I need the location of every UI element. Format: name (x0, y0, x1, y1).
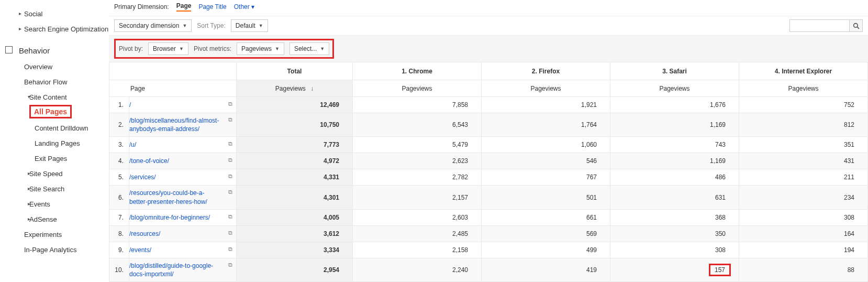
nav-behavior-flow[interactable]: Behavior Flow (0, 74, 109, 90)
pivot-metrics-dropdown[interactable]: Pageviews ▼ (237, 42, 284, 55)
metric-cell: 661 (482, 209, 610, 225)
row-page-cell: /resources/⧉ (129, 225, 237, 242)
header-firefox-pageviews[interactable]: Pageviews (482, 80, 610, 97)
page-link[interactable]: /resources/you-could-be-a-better-present… (129, 189, 225, 205)
nav-content-drilldown[interactable]: Content Drilldown (0, 121, 109, 136)
secondary-dimension-dropdown[interactable]: Secondary dimension ▼ (114, 19, 192, 32)
external-link-icon[interactable]: ⧉ (225, 246, 236, 253)
metric-cell: 6,543 (353, 113, 482, 137)
metric-cell: 2,782 (353, 169, 482, 186)
header-page[interactable]: Page (109, 80, 237, 97)
chevron-down-icon: ▼ (179, 46, 184, 51)
table-row: 6./resources/you-could-be-a-better-prese… (109, 186, 868, 209)
nav-all-pages[interactable]: All Pages (34, 107, 67, 116)
header-chrome-pageviews[interactable]: Pageviews (353, 80, 482, 97)
metric-cell: 486 (610, 169, 739, 186)
row-index: 4. (109, 153, 129, 169)
metric-cell: 1,169 (610, 113, 739, 137)
nav-section-behavior[interactable]: Behavior (0, 42, 109, 59)
primary-dim-other[interactable]: Other ▾ (234, 3, 254, 10)
nav-seo[interactable]: Search Engine Optimization (0, 21, 109, 37)
nav-social[interactable]: Social (0, 6, 109, 21)
data-table: Total 1. Chrome 2. Firefox 3. Safari 4. … (109, 62, 868, 282)
row-index: 7. (109, 209, 129, 225)
page-link[interactable]: / (129, 101, 225, 109)
nav-exit-pages[interactable]: Exit Pages (0, 151, 109, 166)
table-row: 3./u/⧉7,7735,4791,060743351 (109, 137, 868, 153)
main-content: Primary Dimension: Page Page Title Other… (109, 0, 868, 282)
table-row: 8./resources/⧉3,6122,485569350164 (109, 225, 868, 242)
metric-cell: 1,764 (482, 113, 610, 137)
table-row: 5./services/⧉4,3312,782767486211 (109, 169, 868, 186)
page-link[interactable]: /u/ (129, 140, 225, 149)
page-link[interactable]: /tone-of-voice/ (129, 157, 225, 165)
header-group-chrome[interactable]: 1. Chrome (353, 62, 482, 80)
metric-cell: 351 (739, 137, 868, 153)
header-ie-pageviews[interactable]: Pageviews (739, 80, 868, 97)
page-link[interactable]: /blog/distilled/guide-to-google-docs-imp… (129, 262, 225, 278)
annotation-safari-cell: 157 (709, 264, 731, 276)
external-link-icon[interactable]: ⧉ (225, 101, 236, 107)
metric-cell: 157 (610, 258, 739, 281)
nav-overview[interactable]: Overview (0, 59, 109, 74)
header-total-pageviews[interactable]: Pageviews ↓ (237, 80, 353, 97)
page-link[interactable]: /services/ (129, 173, 225, 181)
page-link[interactable]: /events/ (129, 246, 225, 254)
nav-site-speed[interactable]: Site Speed (0, 166, 109, 181)
metric-cell: 194 (739, 242, 868, 258)
metric-cell: 12,469 (237, 97, 353, 113)
row-index: 1. (109, 97, 129, 113)
nav-events[interactable]: Events (0, 197, 109, 212)
primary-dim-page[interactable]: Page (176, 2, 192, 12)
pivot-by-dropdown[interactable]: Browser ▼ (148, 42, 188, 55)
metric-cell: 7,858 (353, 97, 482, 113)
metric-cell: 4,331 (237, 169, 353, 186)
metric-cell: 4,972 (237, 153, 353, 169)
sort-type-dropdown[interactable]: Default ▼ (231, 19, 268, 32)
external-link-icon[interactable]: ⧉ (225, 140, 236, 147)
metric-cell: 3,334 (237, 242, 353, 258)
primary-dim-page-title[interactable]: Page Title (198, 3, 226, 10)
metric-cell: 308 (610, 242, 739, 258)
metric-cell: 812 (739, 113, 868, 137)
external-link-icon[interactable]: ⧉ (225, 173, 236, 180)
external-link-icon[interactable]: ⧉ (225, 116, 236, 123)
header-group-total[interactable]: Total (237, 62, 353, 80)
nav-inpage-analytics[interactable]: In-Page Analytics (0, 242, 109, 257)
nav-site-content[interactable]: Site Content (0, 90, 109, 105)
metric-cell: 767 (482, 169, 610, 186)
header-group-safari[interactable]: 3. Safari (610, 62, 739, 80)
pivot-select-value: Select... (294, 45, 317, 52)
pivot-select-dropdown[interactable]: Select... ▼ (290, 42, 329, 55)
header-blank (109, 62, 237, 80)
nav-site-search[interactable]: Site Search (0, 181, 109, 197)
metric-cell: 7,773 (237, 137, 353, 153)
search-group (789, 19, 863, 32)
metric-cell: 211 (739, 169, 868, 186)
nav-adsense[interactable]: AdSense (0, 212, 109, 227)
row-page-cell: /blog/distilled/guide-to-google-docs-imp… (129, 258, 237, 281)
external-link-icon[interactable]: ⧉ (225, 230, 236, 236)
nav-landing-pages[interactable]: Landing Pages (0, 136, 109, 151)
metric-cell: 546 (482, 153, 610, 169)
external-link-icon[interactable]: ⧉ (225, 213, 236, 220)
search-button[interactable] (849, 19, 863, 32)
page-link[interactable]: /blog/miscellaneous/find-almost-anybodys… (129, 116, 225, 133)
header-group-firefox[interactable]: 2. Firefox (482, 62, 610, 80)
nav-experiments[interactable]: Experiments (0, 227, 109, 242)
header-group-ie[interactable]: 4. Internet Explorer (739, 62, 868, 80)
external-link-icon[interactable]: ⧉ (225, 157, 236, 164)
chevron-down-icon: ▼ (320, 46, 325, 51)
row-page-cell: /⧉ (129, 97, 237, 113)
external-link-icon[interactable]: ⧉ (225, 189, 236, 196)
pivot-row: Pivot by: Browser ▼ Pivot metrics: Pagev… (109, 36, 868, 62)
header-safari-pageviews[interactable]: Pageviews (610, 80, 739, 97)
external-link-icon[interactable]: ⧉ (225, 262, 236, 268)
row-page-cell: /blog/miscellaneous/find-almost-anybodys… (129, 113, 237, 137)
row-page-cell: /resources/you-could-be-a-better-present… (129, 186, 237, 209)
page-link[interactable]: /resources/ (129, 230, 225, 238)
search-input[interactable] (789, 19, 850, 32)
chevron-down-icon: ▾ (251, 3, 254, 10)
page-link[interactable]: /blog/omniture-for-beginners/ (129, 213, 225, 222)
primary-dim-other-label: Other (234, 3, 250, 10)
